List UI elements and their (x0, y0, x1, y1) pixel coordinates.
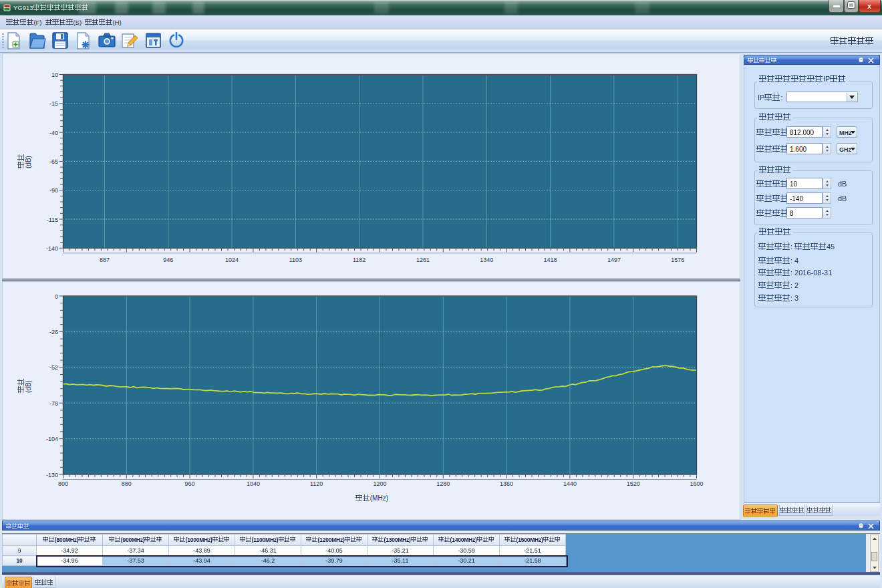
svg-text:960: 960 (185, 480, 195, 487)
svg-text:-26: -26 (49, 329, 58, 335)
svg-text:1576: 1576 (671, 257, 684, 263)
svg-text:-130: -130 (46, 472, 58, 478)
svg-text:-78: -78 (49, 400, 58, 407)
svg-text:-15: -15 (49, 100, 58, 107)
svg-text:-115: -115 (47, 216, 58, 223)
svg-text:887: 887 (100, 257, 110, 263)
svg-text:880: 880 (122, 480, 132, 487)
svg-text:1280: 1280 (436, 480, 450, 487)
svg-text:-40: -40 (49, 130, 58, 136)
svg-text:1024: 1024 (225, 257, 239, 263)
svg-text:1103: 1103 (289, 257, 302, 263)
svg-text:-52: -52 (49, 364, 58, 371)
svg-text:946: 946 (163, 257, 173, 263)
svg-text:1520: 1520 (627, 480, 640, 487)
svg-text:1418: 1418 (544, 257, 557, 263)
svg-text:-90: -90 (49, 187, 58, 194)
svg-text:1340: 1340 (480, 257, 493, 263)
svg-text:-65: -65 (49, 158, 58, 165)
svg-text:1497: 1497 (607, 257, 621, 263)
svg-text:800: 800 (58, 480, 68, 487)
svg-text:1200: 1200 (373, 480, 386, 487)
svg-text:-104: -104 (46, 436, 58, 442)
svg-text:10: 10 (51, 71, 58, 78)
svg-text:1360: 1360 (500, 480, 513, 487)
svg-text:1182: 1182 (353, 257, 365, 263)
svg-text:1040: 1040 (247, 480, 260, 487)
svg-text:1440: 1440 (563, 480, 577, 487)
svg-text:1600: 1600 (690, 480, 703, 487)
svg-text:1261: 1261 (416, 257, 430, 263)
svg-text:1120: 1120 (310, 480, 323, 487)
svg-text:-140: -140 (46, 245, 58, 252)
svg-text:0: 0 (55, 293, 58, 300)
